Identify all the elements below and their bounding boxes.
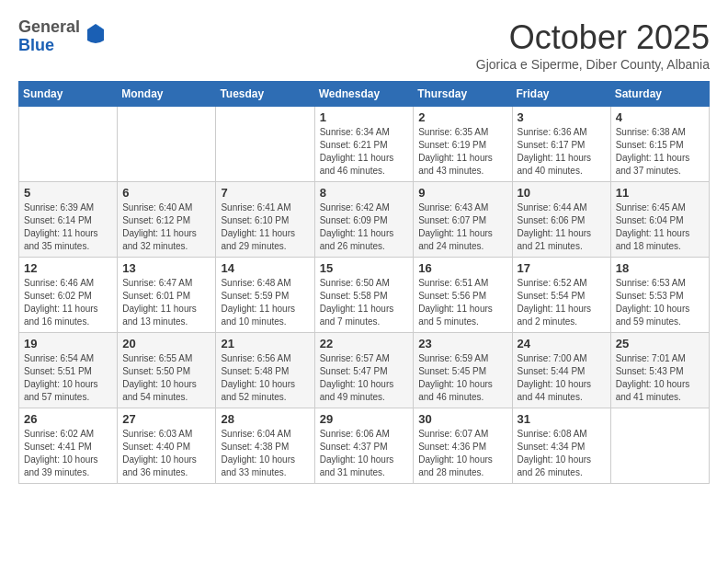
day-number: 27: [122, 412, 210, 426]
day-info: Sunrise: 6:38 AM Sunset: 6:15 PM Dayligh…: [616, 126, 704, 178]
day-number: 21: [221, 337, 309, 350]
day-info: Sunrise: 6:43 AM Sunset: 6:07 PM Dayligh…: [418, 201, 506, 253]
calendar-cell: 1Sunrise: 6:34 AM Sunset: 6:21 PM Daylig…: [314, 107, 414, 182]
logo: General Blue: [18, 18, 106, 55]
calendar-cell: 30Sunrise: 6:07 AM Sunset: 4:36 PM Dayli…: [414, 408, 512, 484]
calendar-cell: 16Sunrise: 6:51 AM Sunset: 5:56 PM Dayli…: [414, 258, 512, 333]
header-wednesday: Wednesday: [314, 82, 414, 107]
day-info: Sunrise: 6:39 AM Sunset: 6:14 PM Dayligh…: [24, 201, 112, 253]
calendar-cell: 11Sunrise: 6:45 AM Sunset: 6:04 PM Dayli…: [610, 182, 709, 258]
day-info: Sunrise: 6:41 AM Sunset: 6:10 PM Dayligh…: [221, 201, 309, 253]
day-info: Sunrise: 6:45 AM Sunset: 6:04 PM Dayligh…: [616, 201, 704, 253]
calendar-cell: [610, 408, 709, 484]
day-info: Sunrise: 6:53 AM Sunset: 5:53 PM Dayligh…: [616, 277, 704, 328]
day-info: Sunrise: 6:42 AM Sunset: 6:09 PM Dayligh…: [320, 201, 409, 253]
day-number: 26: [24, 412, 112, 426]
calendar-cell: 27Sunrise: 6:03 AM Sunset: 4:40 PM Dayli…: [118, 408, 216, 484]
calendar-cell: [216, 107, 314, 182]
header-saturday: Saturday: [610, 82, 709, 107]
day-number: 11: [616, 186, 704, 200]
header-thursday: Thursday: [414, 82, 512, 107]
day-number: 28: [221, 412, 309, 426]
day-info: Sunrise: 6:08 AM Sunset: 4:34 PM Dayligh…: [518, 428, 606, 479]
calendar-cell: 5Sunrise: 6:39 AM Sunset: 6:14 PM Daylig…: [19, 182, 118, 258]
day-info: Sunrise: 6:59 AM Sunset: 5:45 PM Dayligh…: [418, 352, 506, 404]
title-block: October 2025 Gjorica e Siperme, Diber Co…: [476, 18, 710, 72]
calendar-cell: 10Sunrise: 6:44 AM Sunset: 6:06 PM Dayli…: [512, 182, 610, 258]
day-number: 2: [418, 110, 506, 124]
day-info: Sunrise: 6:51 AM Sunset: 5:56 PM Dayligh…: [418, 277, 506, 328]
calendar-cell: 18Sunrise: 6:53 AM Sunset: 5:53 PM Dayli…: [610, 258, 709, 333]
calendar-week-row: 26Sunrise: 6:02 AM Sunset: 4:41 PM Dayli…: [19, 408, 710, 484]
calendar-cell: 3Sunrise: 6:36 AM Sunset: 6:17 PM Daylig…: [512, 107, 610, 182]
day-number: 6: [122, 186, 210, 200]
calendar-cell: 29Sunrise: 6:06 AM Sunset: 4:37 PM Dayli…: [314, 408, 414, 484]
header-tuesday: Tuesday: [216, 82, 314, 107]
calendar-cell: 24Sunrise: 7:00 AM Sunset: 5:44 PM Dayli…: [512, 333, 610, 408]
header-sunday: Sunday: [19, 82, 118, 107]
calendar-cell: 13Sunrise: 6:47 AM Sunset: 6:01 PM Dayli…: [118, 258, 216, 333]
day-info: Sunrise: 6:50 AM Sunset: 5:58 PM Dayligh…: [320, 277, 409, 328]
calendar-week-row: 12Sunrise: 6:46 AM Sunset: 6:02 PM Dayli…: [19, 258, 710, 333]
calendar-cell: 9Sunrise: 6:43 AM Sunset: 6:07 PM Daylig…: [414, 182, 512, 258]
day-info: Sunrise: 6:03 AM Sunset: 4:40 PM Dayligh…: [122, 428, 210, 479]
calendar-cell: 7Sunrise: 6:41 AM Sunset: 6:10 PM Daylig…: [216, 182, 314, 258]
calendar-cell: 2Sunrise: 6:35 AM Sunset: 6:19 PM Daylig…: [414, 107, 512, 182]
day-number: 3: [518, 110, 606, 124]
calendar-week-row: 1Sunrise: 6:34 AM Sunset: 6:21 PM Daylig…: [19, 107, 710, 182]
logo-blue: Blue: [18, 37, 80, 55]
calendar-cell: 17Sunrise: 6:52 AM Sunset: 5:54 PM Dayli…: [512, 258, 610, 333]
calendar-cell: 6Sunrise: 6:40 AM Sunset: 6:12 PM Daylig…: [118, 182, 216, 258]
logo-general: General: [18, 18, 80, 37]
day-info: Sunrise: 6:36 AM Sunset: 6:17 PM Dayligh…: [518, 126, 606, 178]
day-number: 23: [418, 337, 506, 350]
calendar-cell: 8Sunrise: 6:42 AM Sunset: 6:09 PM Daylig…: [314, 182, 414, 258]
day-info: Sunrise: 6:07 AM Sunset: 4:36 PM Dayligh…: [418, 428, 506, 479]
day-number: 15: [320, 261, 409, 275]
calendar-cell: 22Sunrise: 6:57 AM Sunset: 5:47 PM Dayli…: [314, 333, 414, 408]
day-info: Sunrise: 6:40 AM Sunset: 6:12 PM Dayligh…: [122, 201, 210, 253]
calendar-table: SundayMondayTuesdayWednesdayThursdayFrid…: [18, 81, 710, 484]
calendar-cell: [118, 107, 216, 182]
day-info: Sunrise: 6:02 AM Sunset: 4:41 PM Dayligh…: [24, 428, 112, 479]
calendar-cell: 14Sunrise: 6:48 AM Sunset: 5:59 PM Dayli…: [216, 258, 314, 333]
calendar-cell: 21Sunrise: 6:56 AM Sunset: 5:48 PM Dayli…: [216, 333, 314, 408]
day-number: 19: [24, 337, 112, 350]
day-number: 20: [122, 337, 210, 350]
day-info: Sunrise: 6:46 AM Sunset: 6:02 PM Dayligh…: [24, 277, 112, 328]
day-info: Sunrise: 6:52 AM Sunset: 5:54 PM Dayligh…: [518, 277, 606, 328]
day-info: Sunrise: 6:04 AM Sunset: 4:38 PM Dayligh…: [221, 428, 309, 479]
day-info: Sunrise: 6:34 AM Sunset: 6:21 PM Dayligh…: [320, 126, 409, 178]
day-info: Sunrise: 6:55 AM Sunset: 5:50 PM Dayligh…: [122, 352, 210, 404]
day-info: Sunrise: 6:57 AM Sunset: 5:47 PM Dayligh…: [320, 352, 409, 404]
calendar-cell: 26Sunrise: 6:02 AM Sunset: 4:41 PM Dayli…: [19, 408, 118, 484]
calendar-cell: 4Sunrise: 6:38 AM Sunset: 6:15 PM Daylig…: [610, 107, 709, 182]
calendar-week-row: 19Sunrise: 6:54 AM Sunset: 5:51 PM Dayli…: [19, 333, 710, 408]
logo-icon: [85, 22, 106, 52]
day-info: Sunrise: 6:48 AM Sunset: 5:59 PM Dayligh…: [221, 277, 309, 328]
day-info: Sunrise: 6:56 AM Sunset: 5:48 PM Dayligh…: [221, 352, 309, 404]
day-number: 17: [518, 261, 606, 275]
day-info: Sunrise: 6:44 AM Sunset: 6:06 PM Dayligh…: [518, 201, 606, 253]
day-info: Sunrise: 6:35 AM Sunset: 6:19 PM Dayligh…: [418, 126, 506, 178]
day-info: Sunrise: 6:54 AM Sunset: 5:51 PM Dayligh…: [24, 352, 112, 404]
location-subtitle: Gjorica e Siperme, Diber County, Albania: [476, 57, 710, 72]
calendar-header-row: SundayMondayTuesdayWednesdayThursdayFrid…: [19, 82, 710, 107]
day-number: 7: [221, 186, 309, 200]
month-title: October 2025: [476, 18, 710, 57]
day-number: 8: [320, 186, 409, 200]
calendar-cell: 12Sunrise: 6:46 AM Sunset: 6:02 PM Dayli…: [19, 258, 118, 333]
page-header: General Blue October 2025 Gjorica e Sipe…: [18, 18, 710, 72]
day-number: 16: [418, 261, 506, 275]
day-number: 25: [616, 337, 704, 350]
calendar-cell: 19Sunrise: 6:54 AM Sunset: 5:51 PM Dayli…: [19, 333, 118, 408]
day-number: 18: [616, 261, 704, 275]
header-friday: Friday: [512, 82, 610, 107]
day-number: 14: [221, 261, 309, 275]
calendar-cell: 20Sunrise: 6:55 AM Sunset: 5:50 PM Dayli…: [118, 333, 216, 408]
day-number: 4: [616, 110, 704, 124]
day-number: 24: [518, 337, 606, 350]
calendar-cell: 31Sunrise: 6:08 AM Sunset: 4:34 PM Dayli…: [512, 408, 610, 484]
day-number: 22: [320, 337, 409, 350]
calendar-week-row: 5Sunrise: 6:39 AM Sunset: 6:14 PM Daylig…: [19, 182, 710, 258]
